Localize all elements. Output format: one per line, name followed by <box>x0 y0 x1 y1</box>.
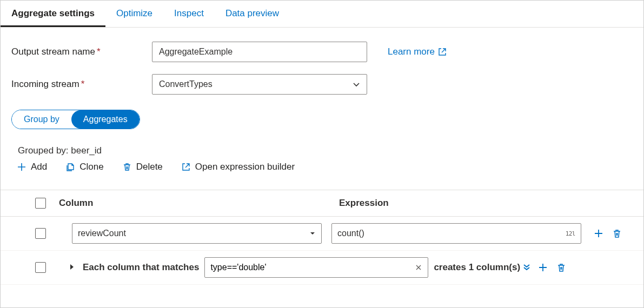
clear-icon[interactable] <box>415 264 422 271</box>
match-pattern-field[interactable] <box>210 263 415 272</box>
delete-button[interactable]: Delete <box>122 162 163 172</box>
incoming-stream-select[interactable]: ConvertTypes <box>152 74 367 95</box>
clone-label: Clone <box>79 162 103 172</box>
row-checkbox[interactable] <box>35 262 46 273</box>
caret-down-icon <box>309 230 316 237</box>
open-expr-label: Open expression builder <box>195 162 295 172</box>
select-all-checkbox[interactable] <box>35 198 46 209</box>
type-badge: 12l <box>566 230 575 237</box>
delete-row-button[interactable] <box>556 262 567 273</box>
tab-optimize[interactable]: Optimize <box>105 1 163 27</box>
output-stream-row: Output stream name* Learn more <box>11 42 633 62</box>
tab-data-preview[interactable]: Data preview <box>215 1 290 27</box>
add-row-button[interactable] <box>593 228 604 239</box>
double-chevron-down-icon <box>522 263 531 271</box>
toggle-group-by[interactable]: Group by <box>12 110 71 129</box>
trash-icon <box>122 162 132 172</box>
output-stream-input[interactable] <box>152 42 367 62</box>
column-select[interactable]: reviewCount <box>72 223 322 244</box>
learn-more-text: Learn more <box>388 46 435 57</box>
table-row: reviewCount count() 12l <box>1 217 643 251</box>
output-stream-label: Output stream name* <box>11 46 152 57</box>
external-link-icon <box>181 162 191 172</box>
external-link-icon <box>438 48 447 56</box>
table-header: Column Expression <box>1 190 643 217</box>
clone-button[interactable]: Clone <box>65 162 103 172</box>
expression-value: count() <box>337 229 364 238</box>
add-label: Add <box>31 162 47 172</box>
row-actions <box>537 262 567 273</box>
grouped-by-value: beer_id <box>71 145 102 156</box>
chevron-right-icon <box>69 263 75 271</box>
required-indicator: * <box>81 79 85 89</box>
column-header-expression: Expression <box>339 198 389 209</box>
trash-icon <box>556 262 567 273</box>
required-indicator: * <box>97 46 101 57</box>
add-button[interactable]: Add <box>17 162 47 172</box>
column-select-value: reviewCount <box>78 229 126 238</box>
settings-tabs: Aggregate settings Optimize Inspect Data… <box>1 1 643 28</box>
learn-more-link[interactable]: Learn more <box>388 46 447 57</box>
open-expression-builder-button[interactable]: Open expression builder <box>181 162 295 172</box>
grouped-by-prefix: Grouped by: <box>18 145 71 156</box>
table-row: Each column that matches creates 1 colum… <box>1 251 643 285</box>
trash-icon <box>612 228 622 239</box>
delete-row-button[interactable] <box>612 228 622 239</box>
tab-inspect[interactable]: Inspect <box>163 1 215 27</box>
incoming-stream-label: Incoming stream* <box>11 79 152 90</box>
expression-input[interactable]: count() 12l <box>331 223 581 244</box>
match-pattern-input[interactable] <box>204 257 428 278</box>
column-header-column: Column <box>59 198 339 209</box>
expand-columns-button[interactable] <box>522 263 531 273</box>
chevron-down-icon <box>353 81 360 88</box>
incoming-stream-row: Incoming stream* ConvertTypes <box>11 74 633 95</box>
toggle-aggregates[interactable]: Aggregates <box>71 110 140 129</box>
incoming-stream-value: ConvertTypes <box>159 79 213 89</box>
expand-row-button[interactable] <box>69 263 75 272</box>
plus-icon <box>537 262 548 273</box>
pattern-suffix: creates 1 column(s) <box>434 262 520 273</box>
output-stream-label-text: Output stream name <box>11 46 95 57</box>
plus-icon <box>17 162 26 172</box>
row-actions <box>593 228 622 239</box>
pattern-prefix: Each column that matches <box>83 262 199 273</box>
aggregates-toolbar: Add Clone Delete Open expression builder <box>17 162 633 172</box>
row-checkbox[interactable] <box>35 228 46 239</box>
groupby-aggregates-toggle: Group by Aggregates <box>11 110 140 129</box>
grouped-by-label: Grouped by: beer_id <box>18 145 633 156</box>
tab-aggregate-settings[interactable]: Aggregate settings <box>1 1 105 27</box>
copy-icon <box>65 162 75 172</box>
delete-label: Delete <box>136 162 163 172</box>
add-row-button[interactable] <box>537 262 548 273</box>
incoming-stream-label-text: Incoming stream <box>11 79 79 89</box>
plus-icon <box>593 228 604 239</box>
